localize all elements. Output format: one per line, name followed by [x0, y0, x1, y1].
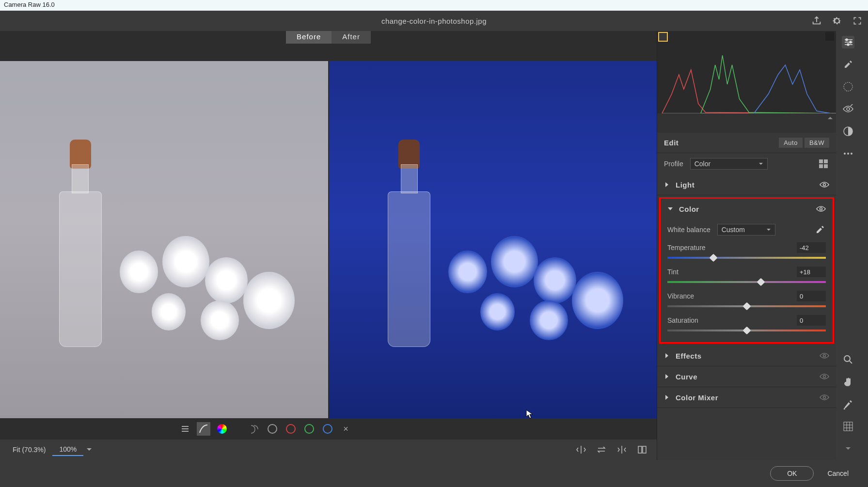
svg-point-5 — [823, 376, 826, 378]
filmstrip-toolbar: × — [0, 418, 657, 440]
zoom-100[interactable]: 100% — [52, 443, 83, 456]
eye-icon[interactable] — [820, 352, 829, 359]
tint-slider[interactable] — [667, 280, 826, 284]
eye-icon[interactable] — [820, 394, 829, 401]
menu-icon[interactable] — [178, 422, 192, 436]
svg-point-8 — [850, 41, 852, 43]
eye-icon[interactable] — [820, 181, 829, 188]
flip-icon[interactable] — [575, 444, 587, 456]
saturation-slider[interactable] — [667, 329, 826, 332]
svg-point-7 — [846, 39, 848, 41]
color-wheel-icon[interactable] — [215, 422, 229, 436]
ok-button[interactable]: OK — [770, 466, 814, 481]
redeye-icon[interactable] — [842, 103, 854, 115]
rating-green-icon[interactable] — [302, 422, 316, 436]
tab-after[interactable]: After — [331, 31, 371, 44]
svg-point-15 — [847, 153, 849, 155]
edit-label: Edit — [664, 139, 679, 147]
svg-point-9 — [847, 44, 849, 46]
expand-down-icon[interactable] — [842, 442, 854, 455]
eye-icon[interactable] — [820, 373, 829, 380]
adjust-icon[interactable] — [842, 36, 854, 48]
svg-point-10 — [844, 82, 852, 91]
filename: change-color-in-photoshop.jpg — [381, 17, 487, 25]
zoom-fit[interactable]: Fit (70.3%) — [6, 444, 52, 456]
temperature-slider[interactable] — [667, 256, 826, 260]
temperature-value[interactable]: -42 — [797, 242, 826, 253]
cancel-button[interactable]: Cancel — [827, 470, 849, 477]
eyedropper-icon[interactable] — [814, 224, 826, 236]
histogram[interactable] — [657, 31, 836, 113]
vibrance-value[interactable]: 0 — [797, 291, 826, 301]
rating-blue-icon[interactable] — [321, 422, 334, 436]
close-icon[interactable]: × — [339, 422, 353, 436]
wb-select[interactable]: Custom — [717, 224, 775, 236]
after-image — [328, 61, 657, 418]
svg-line-12 — [851, 104, 853, 106]
chevron-down-icon[interactable] — [83, 444, 95, 456]
svg-point-6 — [823, 396, 826, 399]
tint-value[interactable]: +18 — [797, 267, 826, 277]
svg-point-4 — [823, 355, 826, 357]
svg-point-14 — [844, 153, 846, 155]
swatch-icon[interactable] — [247, 422, 261, 436]
histogram-clip-right[interactable] — [825, 32, 834, 41]
histogram-clip-left[interactable] — [658, 32, 668, 42]
rating-none-icon[interactable] — [266, 422, 279, 436]
section-light[interactable]: Light — [657, 174, 836, 195]
svg-point-3 — [820, 208, 822, 210]
vibrance-slider[interactable] — [667, 304, 826, 308]
section-color-mixer[interactable]: Color Mixer — [657, 387, 836, 408]
zoom-icon[interactable] — [842, 353, 854, 366]
svg-point-2 — [823, 184, 826, 186]
fullscreen-icon[interactable] — [852, 15, 863, 27]
profile-grid-icon[interactable] — [818, 158, 829, 170]
wb-label: White balance — [667, 226, 710, 234]
sampler-icon[interactable] — [842, 398, 854, 410]
svg-point-17 — [844, 356, 850, 361]
svg-point-16 — [851, 153, 852, 155]
window-titlebar: Camera Raw 16.0 — [0, 0, 868, 11]
tab-before[interactable]: Before — [286, 31, 331, 44]
mirror-icon[interactable] — [616, 444, 628, 456]
saturation-value[interactable]: 0 — [797, 315, 826, 326]
section-curve[interactable]: Curve — [657, 366, 836, 387]
preview-area[interactable] — [0, 44, 657, 418]
mask-oval-icon[interactable] — [842, 80, 854, 93]
auto-button[interactable]: Auto — [779, 138, 803, 148]
curve-tool-icon[interactable] — [197, 422, 210, 436]
swap-icon[interactable] — [596, 444, 607, 456]
svg-rect-1 — [643, 446, 646, 453]
export-icon[interactable] — [811, 15, 822, 27]
profile-label: Profile — [664, 160, 683, 168]
section-effects[interactable]: Effects — [657, 346, 836, 366]
before-after-tabs: Before After — [0, 31, 657, 44]
eye-icon[interactable] — [816, 205, 826, 212]
tool-strip — [836, 31, 860, 460]
more-icon[interactable] — [842, 147, 854, 160]
bw-button[interactable]: B&W — [805, 138, 829, 148]
svg-rect-0 — [638, 446, 642, 453]
grid-icon[interactable] — [842, 420, 854, 433]
hand-icon[interactable] — [842, 376, 854, 388]
mask-icon[interactable] — [842, 125, 854, 138]
heal-icon[interactable] — [842, 58, 854, 71]
profile-select[interactable]: Color — [690, 158, 768, 170]
rating-red-icon[interactable] — [284, 422, 298, 436]
section-color[interactable]: Color — [661, 199, 833, 219]
collapse-icon[interactable] — [827, 114, 833, 123]
compare-icon[interactable] — [636, 444, 648, 456]
before-image — [0, 61, 328, 418]
svg-rect-18 — [844, 422, 852, 431]
svg-point-11 — [847, 108, 850, 110]
